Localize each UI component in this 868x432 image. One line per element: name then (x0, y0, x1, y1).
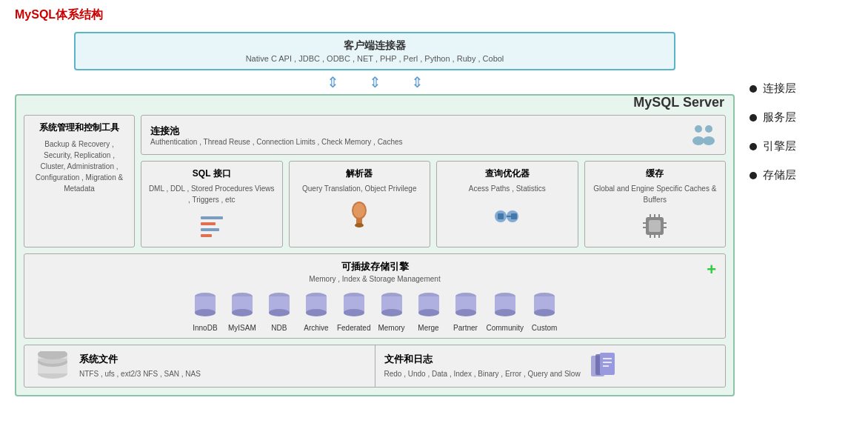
parser-content: Query Translation, Object Privilege (296, 183, 424, 194)
engine-item-memory: Memory (375, 289, 408, 332)
legend-item-2: 引擎层 (750, 139, 853, 153)
sql-content: DML , DDL , Stored Procedures Views , Tr… (147, 183, 276, 205)
myisam-cylinder-icon (226, 289, 258, 322)
server-title: MySQL Server (633, 95, 724, 110)
legend-dot-3 (750, 172, 757, 179)
cache-box: 缓存 Global and Engine Specific Caches & B… (584, 161, 727, 247)
engine-item-archive: Archive (300, 289, 333, 332)
svg-point-1 (692, 136, 704, 145)
partner-label: Partner (453, 324, 478, 332)
system-files-title: 系统文件 (79, 353, 201, 366)
storage-subtitle: Memory , Index & Storage Management (30, 275, 719, 283)
legend-label-3: 存储层 (763, 168, 796, 182)
legend-label-2: 引擎层 (763, 139, 796, 153)
memory-cylinder-icon (375, 289, 408, 322)
optimizer-box: 查询优化器 Acess Paths , Statistics (436, 161, 578, 247)
svg-point-55 (495, 309, 515, 316)
community-label: Community (487, 324, 524, 332)
add-engine-icon[interactable]: + (707, 260, 716, 279)
merge-cylinder-icon (413, 289, 445, 322)
arrow-1: ⇕ (327, 75, 339, 90)
svg-rect-18 (649, 220, 661, 232)
svg-point-49 (418, 309, 439, 316)
svg-rect-67 (600, 353, 615, 375)
parser-title: 解析器 (296, 167, 424, 180)
legend-area: 连接层 服务层 引擎层 存储层 (750, 7, 853, 396)
legend-label-1: 服务层 (763, 110, 796, 124)
system-files-text: 系统文件 NTFS , ufs , ext2/3 NFS , SAN , NAS (79, 353, 201, 379)
parser-box: 解析器 Query Translation, Object Privilege (289, 161, 431, 247)
myisam-label: MyISAM (228, 324, 256, 332)
partner-cylinder-icon (450, 289, 482, 322)
svg-rect-14 (498, 213, 504, 219)
sql-interface-box: SQL 接口 DML , DDL , Stored Procedures Vie… (141, 161, 283, 247)
federated-label: Federated (337, 324, 371, 332)
legend-dot-0 (750, 85, 757, 93)
file-logs-text: 文件和日志 Redo , Undo , Data , Index , Binar… (384, 353, 581, 379)
files-icon (588, 351, 627, 381)
svg-point-52 (455, 309, 476, 316)
svg-rect-6 (201, 228, 219, 231)
custom-cylinder-icon (528, 289, 561, 322)
cache-icon (640, 213, 670, 239)
archive-label: Archive (304, 324, 328, 332)
middle-row: SQL 接口 DML , DDL , Stored Procedures Vie… (141, 161, 726, 247)
legend-item-0: 连接层 (750, 82, 853, 96)
sql-icon (198, 212, 226, 240)
storage-engines-row: InnoDB MyISAM (30, 289, 719, 332)
svg-rect-5 (201, 222, 216, 225)
optimizer-icon-area (443, 200, 572, 230)
system-tools-content: Backup & Recovery , Security, Replicatio… (30, 139, 128, 194)
system-files-content: NTFS , ufs , ext2/3 NFS , SAN , NAS (79, 368, 201, 379)
sql-icon-area (147, 211, 276, 241)
ndb-cylinder-icon (263, 289, 296, 322)
client-connector-box: 客户端连接器 Native C API , JDBC , ODBC , NET … (74, 32, 675, 70)
system-files-area: 系统文件 NTFS , ufs , ext2/3 NFS , SAN , NAS (24, 345, 375, 387)
storage-title: 可插拔存储引擎 (30, 260, 719, 273)
svg-rect-15 (511, 213, 517, 219)
connection-icon (690, 122, 716, 148)
client-subtitle: Native C API , JDBC , ODBC , NET , PHP ,… (87, 54, 662, 63)
engine-item-partner: Partner (450, 289, 482, 332)
file-logs-title: 文件和日志 (384, 353, 581, 366)
legend-label-0: 连接层 (763, 82, 796, 96)
svg-point-40 (306, 309, 327, 316)
optimizer-icon (492, 202, 523, 228)
legend-dot-2 (750, 143, 757, 150)
svg-point-3 (703, 136, 715, 145)
disk-icon (33, 351, 72, 381)
svg-point-11 (355, 223, 364, 227)
file-logs-area: 文件和日志 Redo , Undo , Data , Index , Binar… (375, 345, 726, 387)
right-section: 连接池 Authentication , Thread Reuse , Conn… (141, 115, 726, 247)
community-cylinder-icon (489, 289, 521, 322)
federated-cylinder-icon (338, 289, 370, 322)
svg-point-43 (344, 309, 364, 316)
cache-content: Global and Engine Specific Caches & Buff… (591, 183, 720, 205)
legend-item-1: 服务层 (750, 110, 853, 124)
cache-icon-area (591, 211, 720, 241)
arrow-3: ⇕ (411, 75, 424, 90)
engine-item-merge: Merge (413, 289, 445, 332)
archive-cylinder-icon (300, 289, 333, 322)
svg-point-46 (381, 309, 402, 316)
server-top-row: 系统管理和控制工具 Backup & Recovery , Security, … (24, 115, 726, 247)
parser-icon-area (296, 200, 424, 230)
page-title: MySQL体系结构 (15, 7, 735, 23)
sql-title: SQL 接口 (147, 167, 276, 180)
engine-item-innodb: InnoDB (189, 289, 221, 332)
custom-label: Custom (532, 324, 557, 332)
conn-pool-title: 连接池 (150, 124, 403, 138)
memory-label: Memory (378, 324, 404, 332)
svg-point-58 (534, 309, 555, 316)
cache-title: 缓存 (591, 167, 720, 180)
server-box: MySQL Server 系统管理和控制工具 Backup & Recovery… (15, 94, 735, 396)
arrow-2: ⇕ (369, 75, 381, 90)
engine-item-federated: Federated (337, 289, 371, 332)
svg-point-0 (695, 125, 702, 133)
engine-item-custom: Custom (528, 289, 561, 332)
engine-item-myisam: MyISAM (226, 289, 258, 332)
optimizer-content: Acess Paths , Statistics (443, 183, 572, 194)
svg-point-37 (269, 309, 290, 316)
innodb-label: InnoDB (193, 324, 217, 332)
svg-rect-7 (201, 234, 212, 237)
